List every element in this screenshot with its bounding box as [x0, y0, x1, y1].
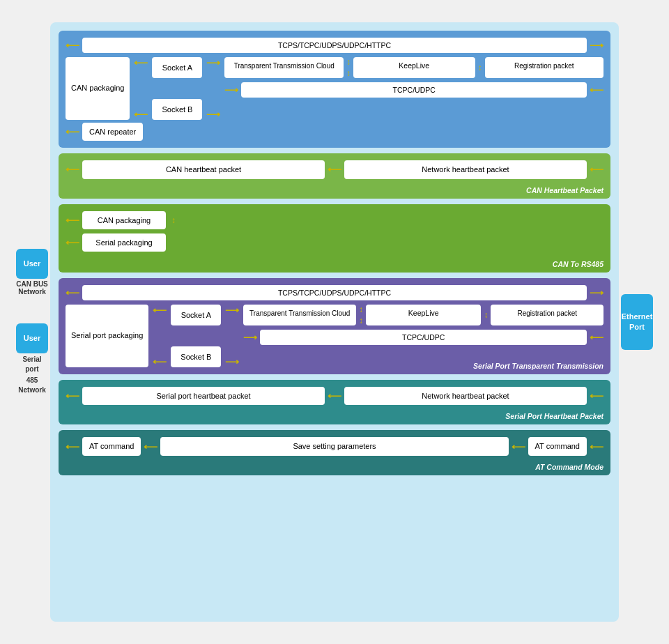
can-repeater-box: CAN repeater	[82, 123, 143, 141]
arrow-tcpc-left: ⟶	[224, 84, 238, 95]
s4-sockets-col: Socket A Socket B	[171, 305, 221, 367]
section6-label: AT Command Mode	[535, 463, 603, 471]
s4-transparent-cloud-box: Transparent Transmission Cloud	[243, 305, 356, 325]
can-repeater-row: ⟵ CAN repeater	[66, 123, 603, 141]
s4-arrow-socket-b: ⟵	[153, 356, 167, 367]
rs485-row2: ⟵ Serial packaging	[66, 233, 603, 252]
s4-socket-b-box: Socket B	[171, 346, 221, 367]
arrow-hb-right: ⟵	[590, 164, 603, 175]
registration-box: Registration packet	[485, 57, 604, 78]
can-packaging-rs485-box: CAN packaging	[82, 211, 166, 229]
user-device-top-block: User	[16, 249, 48, 279]
section2-label: CAN Heartbeat Packet	[526, 186, 603, 194]
section-can-rs485: ⟵ CAN packaging ↕ ⟵ Serial packaging CAN…	[59, 204, 610, 273]
user-device-top: User CAN BUS Network	[14, 249, 50, 296]
sockets-col: Socket A Socket B	[152, 57, 202, 120]
rs485-inner: ⟵ CAN packaging ↕ ⟵ Serial packaging	[66, 211, 603, 266]
section-can-transparent: ⟵ TCPS/TCPC/UDPS/UDPC/HTTPC ⟶ CAN packag…	[59, 31, 610, 148]
serial-port-label: Serialport	[22, 355, 41, 374]
arrow-hb-left: ⟵	[66, 164, 79, 175]
tcpc-row: ⟶ TCPC/UDPC ⟵	[224, 82, 603, 98]
serial-packaging-box: Serial packaging	[82, 233, 166, 252]
serial-port-packaging-box: Serial port packaging	[66, 305, 148, 367]
section4-label: Serial Port Transparent Transmission	[473, 362, 603, 370]
arrow-v3: ↕	[478, 63, 482, 72]
arrow-tcps-s4-right: ⟶	[590, 287, 603, 298]
tcps-box: TCPS/TCPC/UDPS/UDPC/HTTPC	[82, 38, 587, 53]
s4-keepalive-box: KeepLive	[366, 305, 482, 325]
arrow-tcps-s4-left: ⟵	[66, 287, 79, 298]
tcps-row-s4: ⟵ TCPS/TCPC/UDPS/UDPC/HTTPC ⟶	[66, 285, 603, 300]
s5-arrow-hb-left: ⟵	[66, 390, 79, 401]
arrow-rs485-1: ⟵	[66, 215, 79, 226]
can-packaging-label: CAN packaging	[71, 83, 124, 93]
network-485-label: 485Network	[18, 376, 45, 395]
arrow-tcps-left: ⟵	[66, 40, 79, 51]
center-area: ⟵ TCPS/TCPC/UDPS/UDPC/HTTPC ⟶ CAN packag…	[50, 22, 619, 622]
section5-label: Serial Port Heartbeat Packet	[505, 412, 603, 420]
at-arrow-2: ⟵	[144, 441, 157, 452]
section-can-heartbeat: ⟵ CAN heartbeat packet ⟵ Network heartbe…	[59, 153, 610, 198]
socket-a-box: Socket A	[152, 57, 202, 78]
right-sidebar: Ethernet Port	[619, 22, 655, 622]
arrow-v3-col: ↕	[478, 57, 482, 78]
save-setting-box: Save setting parameters	[160, 437, 508, 455]
rs485-row1: ⟵ CAN packaging ↕	[66, 211, 603, 229]
user-device-bottom-block: User	[16, 323, 48, 353]
transparent-cloud-box: Transparent Transmission Cloud	[224, 57, 344, 78]
arrow-socket-a: ⟵	[134, 57, 148, 68]
s4-arrow-v3: ↕	[484, 310, 488, 320]
s4-arrow-v3-col: ↕	[484, 305, 488, 325]
arrow-hb-mid: ⟵	[328, 164, 341, 175]
arrows-right-sockets: ⟶ ⟶	[206, 57, 220, 120]
section1-main-row: CAN packaging ⟵ ⟵ Socket A Socket B ⟶ ⟶	[66, 57, 603, 120]
s4-tcpc-box: TCPC/UDPC	[260, 330, 587, 345]
vertical-arrows: ↕ ↕	[346, 57, 351, 78]
section-serial-transparent: ⟵ TCPS/TCPC/UDPS/UDPC/HTTPC ⟶ Serial por…	[59, 278, 610, 374]
arrow-socket-b: ⟵	[134, 109, 148, 120]
s5-arrow-hb-mid: ⟵	[328, 390, 341, 401]
v-arrows-rs485: ↕	[171, 215, 176, 225]
small-boxes-row: Transparent Transmission Cloud ↕ ↕ KeepL…	[224, 57, 603, 78]
section4-main-row: Serial port packaging ⟵ ⟵ Socket A Socke…	[66, 305, 603, 367]
s4-arrows-left: ⟵ ⟵	[153, 305, 167, 367]
socket-b-box: Socket B	[152, 99, 202, 120]
s4-arrows-right-sockets: ⟶ ⟶	[225, 305, 239, 367]
arrow-can-repeater-left: ⟵	[66, 126, 79, 137]
arrow-tcps-right: ⟶	[590, 40, 603, 51]
arrow-tcpc-right: ⟵	[590, 84, 603, 95]
keepalive-box: KeepLive	[353, 57, 475, 78]
at-command-right-box: AT command	[528, 437, 587, 455]
left-sidebar: User CAN BUS Network User Serialport 485…	[14, 22, 50, 622]
can-bus-label: CAN BUS Network	[14, 280, 50, 296]
arrow-v2: ↕	[346, 68, 351, 78]
network-heartbeat-box: Network heartbeat packet	[344, 160, 587, 178]
s4-arrow-right-socket-b: ⟶	[225, 356, 239, 367]
arrow-rs485-2: ⟵	[66, 237, 79, 248]
ethernet-port-block: Ethernet Port	[621, 294, 653, 350]
s4-socket-a-box: Socket A	[171, 305, 221, 325]
s4-small-boxes-row: Transparent Transmission Cloud ↕ ↕ KeepL…	[243, 305, 603, 325]
s4-right-panels: Transparent Transmission Cloud ↕ ↕ KeepL…	[243, 305, 603, 367]
serial-heartbeat-box: Serial port heartbeat packet	[82, 387, 325, 405]
ethernet-port-label: Ethernet Port	[622, 312, 653, 333]
s4-registration-box: Registration packet	[491, 305, 603, 325]
section-serial-heartbeat: ⟵ Serial port heartbeat packet ⟵ Network…	[59, 380, 610, 424]
s4-tcpc-row: ⟶ TCPC/UDPC ⟵	[243, 330, 603, 345]
s5-network-heartbeat-box: Network heartbeat packet	[344, 387, 587, 405]
s4-arrow-right-socket-a: ⟶	[225, 305, 239, 316]
at-arrow-3: ⟵	[512, 441, 525, 452]
arrow-rs485-v: ↕	[171, 215, 176, 225]
at-arrow-4: ⟵	[590, 441, 603, 452]
arrows-sockets-col: ⟵ ⟵	[134, 57, 148, 120]
at-inner-row: ⟵ AT command ⟵ Save setting parameters ⟵…	[66, 437, 603, 468]
right-panels: Transparent Transmission Cloud ↕ ↕ KeepL…	[224, 57, 603, 120]
main-container: User CAN BUS Network User Serialport 485…	[14, 22, 655, 622]
section-at-command: ⟵ AT command ⟵ Save setting parameters ⟵…	[59, 430, 610, 475]
tcpc-box: TCPC/UDPC	[241, 82, 587, 98]
s4-arrow-v2: ↕	[359, 316, 363, 325]
at-arrow-1: ⟵	[66, 441, 79, 452]
section3-label: CAN To RS485	[553, 260, 603, 268]
tcps-box-s4: TCPS/TCPC/UDPS/UDPC/HTTPC	[82, 285, 587, 300]
arrow-v1: ↕	[346, 57, 351, 67]
